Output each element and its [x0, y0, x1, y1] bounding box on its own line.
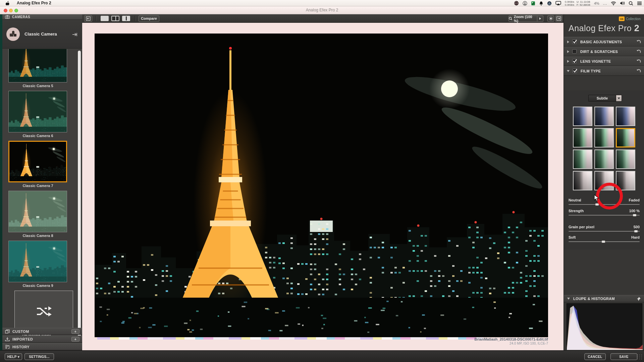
slider-track[interactable] — [569, 241, 640, 242]
cancel-button[interactable]: CANCEL — [584, 353, 606, 360]
slider-track[interactable] — [569, 204, 640, 205]
notification-bell-icon[interactable] — [539, 1, 543, 6]
section-lens-vignette[interactable]: LENS VIGNETTE — [564, 56, 644, 66]
camera-preset-thumbnail[interactable] — [8, 91, 67, 132]
add-button[interactable]: + — [71, 337, 79, 342]
help-button[interactable]: HELP ▾ — [5, 353, 22, 360]
camera-preset-item[interactable]: Classic Camera 9 — [8, 241, 67, 282]
camera-preset-item[interactable]: Classic Camera 7 — [8, 141, 67, 182]
section-film-type[interactable]: FILM TYPE — [564, 66, 644, 76]
sidebar-section-history[interactable]: HISTORY — [2, 343, 82, 350]
network-disk-stats[interactable]: 0.0KB/sU: 11.11GB 0.0KB/sF: 52.88GB — [565, 0, 590, 6]
camera-preset-list: Classic Camera 5Classic Camera 6Classic … — [2, 49, 77, 338]
camera-preset-thumbnail-selected[interactable] — [8, 141, 67, 182]
battery-percent[interactable]: 4% — [594, 1, 599, 5]
user-status-icon[interactable] — [523, 1, 527, 6]
expand-triangle-icon[interactable] — [567, 70, 570, 72]
slider-label-right: 100 % — [629, 209, 640, 213]
film-swatch[interactable] — [616, 107, 635, 126]
slider-track[interactable] — [569, 231, 640, 232]
airplay-icon[interactable] — [555, 1, 561, 5]
sidebar-section-custom[interactable]: CUSTOM+ — [2, 328, 82, 335]
film-swatch[interactable] — [594, 149, 614, 169]
camera-preset-item[interactable]: Classic Camera 6 — [8, 91, 67, 132]
slider-track[interactable] — [569, 215, 640, 216]
sidebar-scrollbar[interactable] — [77, 51, 81, 341]
film-swatch[interactable] — [594, 128, 614, 147]
expand-triangle-icon[interactable] — [567, 41, 569, 43]
film-swatch[interactable] — [594, 107, 614, 126]
more-menu-icon[interactable]: ... — [603, 1, 607, 5]
window-title-bar[interactable]: Analog Efex Pro 2 — [0, 6, 644, 14]
film-swatch[interactable] — [573, 128, 592, 147]
slider-handle[interactable] — [634, 230, 638, 233]
reset-icon[interactable] — [636, 40, 641, 44]
film-preset-dropdown[interactable]: Subtle — [588, 95, 622, 102]
film-preset-value[interactable]: Subtle — [588, 95, 616, 102]
camera-preset-thumbnail[interactable] — [8, 191, 67, 232]
window-resize-grip[interactable] — [637, 354, 643, 360]
slider-strength: Strength100 % — [569, 209, 640, 213]
camera-preset-thumbnail[interactable] — [8, 241, 67, 282]
photo-canvas[interactable] — [95, 34, 548, 337]
view-split-button[interactable] — [111, 16, 119, 21]
shuffle-icon — [36, 306, 52, 316]
reset-icon[interactable] — [636, 59, 641, 63]
sidebar-scrollbar-thumb[interactable] — [78, 51, 81, 341]
film-swatch[interactable] — [594, 171, 614, 190]
add-button[interactable]: + — [71, 329, 79, 334]
film-swatch[interactable] — [616, 149, 635, 169]
view-single-button[interactable] — [101, 16, 109, 21]
film-swatch[interactable] — [573, 171, 592, 190]
sidebar-section-imported[interactable]: IMPORTED+ — [2, 336, 82, 343]
section-checkbox[interactable] — [572, 49, 577, 54]
zoom-level-button[interactable]: Zoom (100 %) — [508, 15, 537, 22]
zoom-menu-arrow-button[interactable] — [537, 15, 543, 22]
reset-icon[interactable] — [636, 49, 641, 54]
section-checkbox[interactable] — [572, 40, 577, 44]
section-label: IMPORTED — [12, 337, 33, 341]
slider-handle[interactable] — [595, 203, 599, 206]
loupe-histogram-header[interactable]: LOUPE & HISTOGRAM — [564, 295, 644, 302]
film-swatch[interactable] — [616, 171, 635, 190]
import-icon — [5, 337, 10, 341]
slider-handle[interactable] — [601, 240, 605, 243]
dropdown-arrow-icon[interactable] — [616, 95, 622, 102]
slider-handle[interactable] — [633, 214, 637, 217]
expand-triangle-icon[interactable] — [567, 50, 569, 53]
camera-preset-item[interactable]: Classic Camera 5 — [8, 49, 67, 82]
section-basic-adjustments[interactable]: BASIC ADJUSTMENTS — [564, 37, 644, 47]
wifi-icon[interactable] — [611, 1, 616, 5]
section-label: FILM TYPE — [581, 69, 601, 73]
section-checkbox[interactable] — [572, 59, 577, 63]
spotlight-search-icon[interactable] — [629, 1, 633, 6]
notification-center-icon[interactable] — [637, 1, 642, 5]
section-dirt-scratches[interactable]: DIRT & SCRATCHES — [564, 47, 644, 56]
round-utility-icon[interactable] — [547, 1, 552, 6]
menu-app-name[interactable]: Analog Efex Pro 2 — [17, 1, 51, 5]
background-brightness-button[interactable] — [547, 15, 554, 22]
creative-cloud-icon[interactable] — [514, 1, 519, 6]
pin-icon[interactable] — [637, 297, 641, 301]
green-app-icon[interactable] — [531, 1, 535, 6]
volume-icon[interactable] — [620, 1, 625, 5]
view-side-by-side-button[interactable] — [122, 16, 130, 21]
film-swatch[interactable] — [573, 107, 592, 126]
expand-triangle-icon[interactable] — [567, 60, 569, 63]
camera-preset-thumbnail[interactable] — [8, 49, 67, 82]
camera-preset-item[interactable]: Classic Camera 8 — [8, 191, 67, 232]
film-swatch[interactable] — [573, 149, 592, 169]
save-button[interactable]: SAVE — [610, 353, 637, 360]
apple-menu-icon[interactable] — [6, 1, 10, 5]
collapse-left-panel-button[interactable] — [84, 15, 92, 22]
film-swatch-selected[interactable] — [616, 128, 635, 147]
settings-button[interactable]: SETTINGS... — [24, 353, 54, 360]
feeling-lucky-box[interactable] — [14, 291, 73, 332]
collection-header-classic-camera[interactable]: Classic Camera — [2, 20, 82, 49]
compare-button[interactable]: Compare — [139, 15, 159, 22]
section-checkbox[interactable] — [573, 69, 577, 73]
collapse-right-panel-button[interactable] — [555, 15, 562, 22]
reset-icon[interactable] — [636, 69, 641, 73]
cameras-panel-header[interactable]: CAMERAS — [2, 14, 82, 20]
collection-forward-arrow-icon[interactable] — [72, 32, 77, 38]
